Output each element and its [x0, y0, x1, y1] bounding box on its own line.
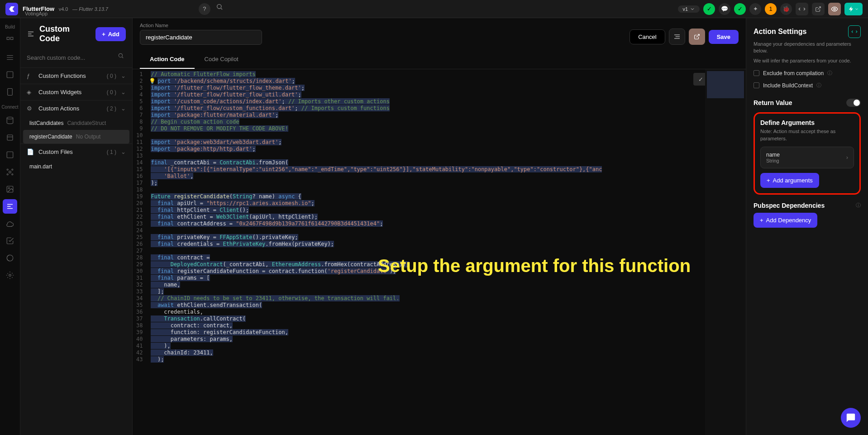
code-editor[interactable]: 1234567891011121314151617181920212223242… — [133, 69, 746, 435]
code-line[interactable]: final contractAddress = "0x2467F498d9b13… — [148, 220, 746, 227]
code-line[interactable] — [148, 153, 746, 159]
code-line[interactable]: '[{"inputs":[{"internalType":"uint256","… — [148, 166, 746, 173]
rail-devices-icon[interactable] — [3, 85, 17, 99]
code-view-icon[interactable] — [796, 3, 808, 15]
rail-media-icon[interactable] — [3, 182, 17, 196]
code-line[interactable]: Transaction.callContract( — [148, 315, 746, 322]
rail-custom-code-icon[interactable] — [3, 199, 17, 214]
code-line[interactable]: final registerCandidateFunction = contra… — [148, 268, 746, 275]
code-line[interactable]: name, — [148, 282, 746, 288]
section-custom-files[interactable]: 📄 Custom Files ( 1 ) ⌄ — [20, 143, 132, 160]
rail-appstate-icon[interactable] — [3, 148, 17, 162]
code-line[interactable]: 💡port '/backend/schema/structs/index.dar… — [148, 78, 746, 85]
info-icon[interactable]: ⓘ — [816, 82, 821, 89]
status-check-1-icon[interactable]: ✓ — [703, 3, 715, 15]
minimap[interactable] — [705, 69, 746, 435]
code-line[interactable]: // Automatic FlutterFlow imports — [148, 71, 746, 78]
code-line[interactable]: import 'package:web3dart/web3dart.dart'; — [148, 139, 746, 146]
open-editor-icon[interactable] — [689, 29, 705, 45]
rail-widget-tree-icon[interactable] — [3, 33, 17, 48]
code-line[interactable]: // ChainID needs to be set to 23411, oth… — [148, 295, 746, 302]
code-line[interactable]: ); — [148, 180, 746, 186]
include-buildcontext-row[interactable]: Include BuildContext ⓘ — [754, 79, 861, 91]
rail-storyboard-icon[interactable] — [3, 67, 17, 82]
format-icon[interactable] — [669, 29, 685, 45]
action-item-registercandidate[interactable]: registerCandidate No Output — [23, 130, 129, 143]
sparkle-icon[interactable]: ✦ — [749, 3, 761, 15]
code-line[interactable]: await ethClient.sendTransaction( — [148, 302, 746, 309]
code-line[interactable] — [148, 186, 746, 193]
run-button[interactable] — [844, 3, 863, 15]
code-line[interactable] — [148, 227, 746, 234]
code-line[interactable]: final privateKey = FFAppState().privateK… — [148, 234, 746, 241]
bug-icon[interactable]: 🐞 — [780, 3, 792, 15]
section-custom-widgets[interactable]: ◈ Custom Widgets ( 0 ) ⌄ — [20, 84, 132, 100]
add-dependency-button[interactable]: + Add Dependency — [754, 213, 817, 228]
section-custom-functions[interactable]: ƒ Custom Functions ( 0 ) ⌄ — [20, 67, 132, 84]
info-icon[interactable]: ⓘ — [827, 70, 832, 76]
exclude-compilation-row[interactable]: Exclude from compilation ⓘ — [754, 67, 861, 79]
search-icon[interactable] — [216, 3, 223, 15]
action-item-listcandidates[interactable]: listCandidates CandidateStruct — [20, 116, 132, 130]
warning-count-icon[interactable]: 1 — [765, 3, 777, 15]
tab-code-copilot[interactable]: Code Copilot — [195, 50, 248, 69]
checkbox-icon[interactable] — [754, 82, 759, 88]
rail-settings-icon[interactable] — [3, 268, 17, 282]
code-line[interactable]: final contract = — [148, 254, 746, 261]
code-line[interactable]: ), — [148, 343, 746, 349]
return-value-toggle[interactable] — [846, 99, 861, 107]
info-icon[interactable]: ⓘ — [856, 202, 861, 209]
help-icon[interactable]: ? — [199, 3, 210, 15]
argument-card[interactable]: name String › — [760, 147, 854, 168]
app-logo[interactable] — [5, 3, 18, 15]
rail-datatypes-icon[interactable] — [3, 130, 17, 145]
code-line[interactable]: parameters: params, — [148, 336, 746, 343]
search-input[interactable] — [27, 52, 126, 64]
file-item-main[interactable]: main.dart — [20, 160, 132, 173]
code-line[interactable]: ); — [148, 356, 746, 363]
comments-icon[interactable]: 💬 — [719, 3, 730, 15]
code-line[interactable]: 'Ballot', — [148, 173, 746, 180]
code-line[interactable] — [148, 248, 746, 254]
code-line[interactable]: import '/flutter_flow/custom_functions.d… — [148, 105, 746, 112]
chat-bubble-icon[interactable] — [841, 408, 861, 428]
code-line[interactable]: final credentials = EthPrivateKey.fromHe… — [148, 241, 746, 248]
code-line[interactable]: contract: contract, — [148, 322, 746, 329]
checkbox-icon[interactable] — [754, 70, 759, 76]
rail-theme-icon[interactable] — [3, 251, 17, 265]
preview-icon[interactable] — [828, 3, 841, 15]
code-line[interactable]: Future registerCandidate(String? name) a… — [148, 193, 746, 200]
cancel-button[interactable]: Cancel — [630, 29, 665, 44]
code-line[interactable]: final _contractAbi = ContractAbi.fromJso… — [148, 159, 746, 166]
code-line[interactable]: final httpClient = Client(); — [148, 207, 746, 214]
open-external-icon[interactable] — [812, 3, 825, 15]
code-line[interactable]: import '/custom_code/actions/index.dart'… — [148, 98, 746, 105]
code-line[interactable]: ]; — [148, 288, 746, 295]
code-line[interactable]: chainId: 23411, — [148, 349, 746, 356]
code-settings-icon[interactable] — [848, 25, 861, 38]
code-line[interactable]: DeployedContract(_contractAbi, EthereumA… — [148, 261, 746, 268]
code-line[interactable] — [148, 132, 746, 139]
code-line[interactable]: final params = [ — [148, 275, 746, 282]
code-line[interactable]: credentials, — [148, 309, 746, 315]
code-line[interactable]: import '/flutter_flow/flutter_flow_util.… — [148, 91, 746, 98]
code-line[interactable]: import 'package:http/http.dart'; — [148, 146, 746, 153]
add-button[interactable]: + Add — [95, 27, 126, 41]
code-line[interactable]: final ethClient = Web3Client(apiUrl, htt… — [148, 214, 746, 220]
code-line[interactable]: // DO NOT REMOVE OR MODIFY THE CODE ABOV… — [148, 125, 746, 132]
rail-api-icon[interactable] — [3, 165, 17, 179]
tab-action-code[interactable]: Action Code — [140, 50, 195, 69]
rail-cloud-icon[interactable] — [3, 216, 17, 231]
code-line[interactable]: import 'package:flutter/material.dart'; — [148, 112, 746, 119]
code-line[interactable]: // Begin custom action code — [148, 119, 746, 125]
branch-selector[interactable]: v1 — [678, 5, 700, 13]
code-line[interactable]: final apiUrl = "https://rpc1.aries.axiom… — [148, 200, 746, 207]
add-arguments-button[interactable]: + Add arguments — [760, 173, 819, 188]
save-button[interactable]: Save — [709, 30, 739, 44]
status-check-2-icon[interactable]: ✓ — [734, 3, 746, 15]
rail-firestore-icon[interactable] — [3, 113, 17, 128]
code-line[interactable]: import '/flutter_flow/flutter_flow_theme… — [148, 85, 746, 91]
code-line[interactable]: function: registerCandidateFunction, — [148, 329, 746, 336]
rail-tests-icon[interactable] — [3, 234, 17, 248]
section-custom-actions[interactable]: ⚙ Custom Actions ( 2 ) ⌄ — [20, 100, 132, 116]
